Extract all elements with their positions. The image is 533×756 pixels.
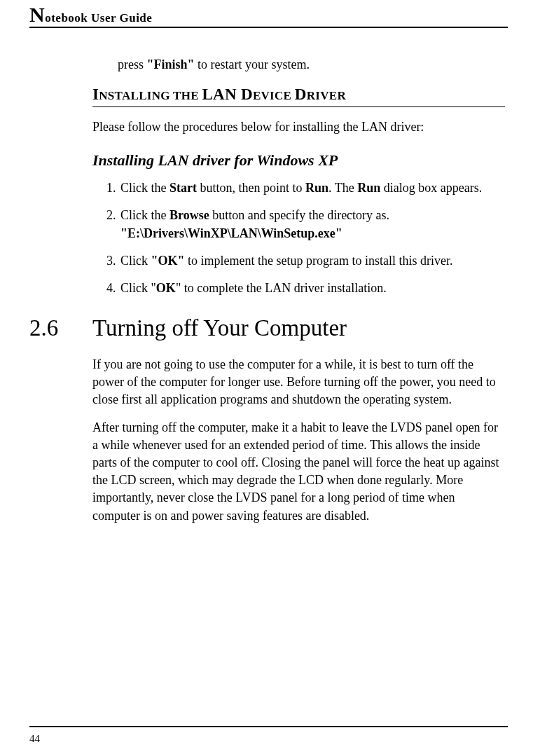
step-item: Click the Start button, then point to Ru…: [119, 179, 505, 197]
steps-list: Click the Start button, then point to Ru…: [92, 179, 505, 297]
para-turnoff-2: After turning off the computer, make it …: [92, 419, 505, 525]
footer-rule: [29, 726, 508, 727]
step-item: Click "OK" to implement the setup progra…: [119, 252, 505, 270]
step-item: Click the Browse button and specify the …: [119, 207, 505, 242]
section-number: 2.6: [29, 315, 92, 341]
header-title: Notebook User Guide: [29, 4, 508, 25]
page-footer: 44: [29, 726, 508, 745]
header-title-rest: otebook User Guide: [45, 11, 152, 25]
continuation-bold: "Finish": [147, 57, 195, 71]
section-title: Turning off Your Computer: [92, 315, 347, 342]
continuation-pre: press: [118, 57, 147, 71]
sub-heading-xp: Installing LAN driver for Windows XP: [92, 151, 505, 170]
content-area: press "Finish" to restart your system. I…: [92, 28, 505, 525]
section-2-6-heading: 2.6 Turning off Your Computer: [29, 315, 505, 342]
section-heading-lan-driver: INSTALLING THE LAN DEVICE DRIVER: [92, 85, 505, 104]
continuation-post: to restart your system.: [195, 57, 310, 71]
header-title-dropcap: N: [29, 3, 45, 26]
page-number: 44: [29, 733, 508, 745]
section-heading-rule: [92, 106, 505, 107]
page-header: Notebook User Guide: [29, 0, 508, 28]
intro-para: Please follow the procedures below for i…: [92, 118, 505, 136]
para-turnoff-1: If you are not going to use the computer…: [92, 356, 505, 409]
step-item: Click "OK" to complete the LAN driver in…: [119, 280, 505, 297]
continuation-line: press "Finish" to restart your system.: [118, 56, 505, 73]
